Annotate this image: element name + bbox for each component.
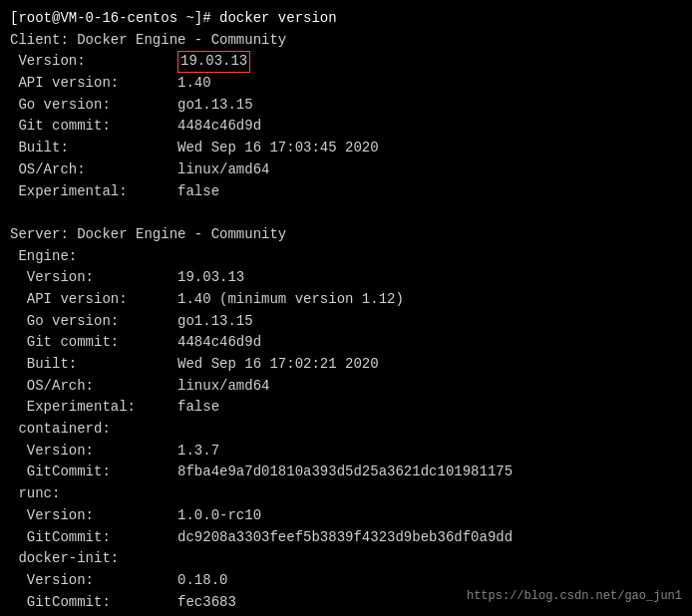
client-built-value: Wed Sep 16 17:03:45 2020 bbox=[177, 138, 379, 159]
client-built-key: Built: bbox=[10, 138, 177, 159]
client-os-line: OS/Arch: linux/amd64 bbox=[10, 159, 682, 181]
containerd-version-line: Version: 1.3.7 bbox=[10, 441, 682, 462]
runc-gitcommit-key: GitCommit: bbox=[10, 527, 177, 549]
server-os-line: OS/Arch: linux/amd64 bbox=[10, 376, 682, 398]
containerd-gitcommit-value: 8fba4e9a7d01810a393d5d25a3621dc101981175 bbox=[177, 462, 513, 483]
client-exp-value: false bbox=[177, 181, 219, 203]
watermark: https://blog.csdn.net/gao_jun1 bbox=[467, 587, 682, 606]
docker-init-gitcommit-value: fec3683 bbox=[177, 592, 236, 614]
server-go-value: go1.13.15 bbox=[177, 311, 253, 333]
docker-init-label-text: docker-init: bbox=[10, 548, 119, 570]
server-exp-key: Experimental: bbox=[10, 397, 177, 419]
containerd-gitcommit-key: GitCommit: bbox=[10, 462, 177, 483]
server-os-key: OS/Arch: bbox=[10, 376, 177, 398]
client-header: Client: Docker Engine - Community bbox=[10, 30, 682, 52]
server-go-key: Go version: bbox=[10, 311, 177, 333]
client-exp-line: Experimental: false bbox=[10, 181, 682, 203]
client-git-line: Git commit: 4484c46d9d bbox=[10, 116, 682, 138]
runc-version-key: Version: bbox=[10, 505, 177, 527]
docker-init-version-value: 0.18.0 bbox=[177, 570, 227, 592]
containerd-gitcommit-line: GitCommit: 8fba4e9a7d01810a393d5d25a3621… bbox=[10, 462, 682, 483]
server-built-line: Built: Wed Sep 16 17:02:21 2020 bbox=[10, 354, 682, 376]
server-exp-line: Experimental: false bbox=[10, 397, 682, 419]
containerd-version-value: 1.3.7 bbox=[177, 441, 219, 462]
server-os-value: linux/amd64 bbox=[177, 376, 269, 398]
client-git-value: 4484c46d9d bbox=[177, 116, 261, 138]
containerd-label: containerd: bbox=[10, 419, 682, 441]
client-api-value: 1.40 bbox=[177, 73, 211, 95]
client-exp-key: Experimental: bbox=[10, 181, 177, 203]
server-api-key: API version: bbox=[10, 289, 177, 311]
containerd-label-text: containerd: bbox=[10, 419, 111, 441]
client-os-value: linux/amd64 bbox=[177, 159, 269, 181]
server-version-line: Version: 19.03.13 bbox=[10, 267, 682, 289]
server-api-line: API version: 1.40 (minimum version 1.12) bbox=[10, 289, 682, 311]
client-api-key: API version: bbox=[10, 73, 177, 95]
server-git-line: Git commit: 4484c46d9d bbox=[10, 332, 682, 354]
docker-init-label: docker-init: bbox=[10, 548, 682, 570]
client-go-value: go1.13.15 bbox=[177, 95, 253, 117]
client-version-value: 19.03.13 bbox=[177, 51, 250, 73]
client-git-key: Git commit: bbox=[10, 116, 177, 138]
server-git-value: 4484c46d9d bbox=[177, 332, 261, 354]
docker-init-gitcommit-key: GitCommit: bbox=[10, 592, 177, 614]
engine-label: Engine: bbox=[10, 246, 682, 268]
server-exp-value: false bbox=[177, 397, 219, 419]
client-os-key: OS/Arch: bbox=[10, 159, 177, 181]
server-version-key: Version: bbox=[10, 267, 177, 289]
client-built-line: Built: Wed Sep 16 17:03:45 2020 bbox=[10, 138, 682, 159]
server-header-text: Server: Docker Engine - Community bbox=[10, 224, 286, 246]
client-version-line: Version: 19.03.13 bbox=[10, 51, 682, 73]
runc-gitcommit-line: GitCommit: dc9208a3303feef5b3839f4323d9b… bbox=[10, 527, 682, 549]
server-api-value: 1.40 (minimum version 1.12) bbox=[177, 289, 404, 311]
runc-gitcommit-value: dc9208a3303feef5b3839f4323d9beb36df0a9dd bbox=[177, 527, 513, 549]
containerd-version-key: Version: bbox=[10, 441, 177, 462]
terminal: [root@VM-0-16-centos ~]# docker version … bbox=[0, 0, 692, 616]
runc-label-text: runc: bbox=[10, 483, 60, 505]
server-version-value: 19.03.13 bbox=[177, 267, 244, 289]
server-built-value: Wed Sep 16 17:02:21 2020 bbox=[177, 354, 379, 376]
client-api-line: API version: 1.40 bbox=[10, 73, 682, 95]
docker-init-version-key: Version: bbox=[10, 570, 177, 592]
prompt-text: [root@VM-0-16-centos ~]# docker version bbox=[10, 8, 337, 30]
client-go-line: Go version: go1.13.15 bbox=[10, 95, 682, 117]
server-git-key: Git commit: bbox=[10, 332, 177, 354]
runc-version-value: 1.0.0-rc10 bbox=[177, 505, 261, 527]
runc-label: runc: bbox=[10, 483, 682, 505]
runc-version-line: Version: 1.0.0-rc10 bbox=[10, 505, 682, 527]
server-header: Server: Docker Engine - Community bbox=[10, 224, 682, 246]
client-header-text: Client: Docker Engine - Community bbox=[10, 30, 286, 52]
client-go-key: Go version: bbox=[10, 95, 177, 117]
server-built-key: Built: bbox=[10, 354, 177, 376]
engine-label-text: Engine: bbox=[10, 246, 77, 268]
client-version-key: Version: bbox=[10, 51, 177, 73]
prompt-line: [root@VM-0-16-centos ~]# docker version bbox=[10, 8, 682, 30]
server-go-line: Go version: go1.13.15 bbox=[10, 311, 682, 333]
